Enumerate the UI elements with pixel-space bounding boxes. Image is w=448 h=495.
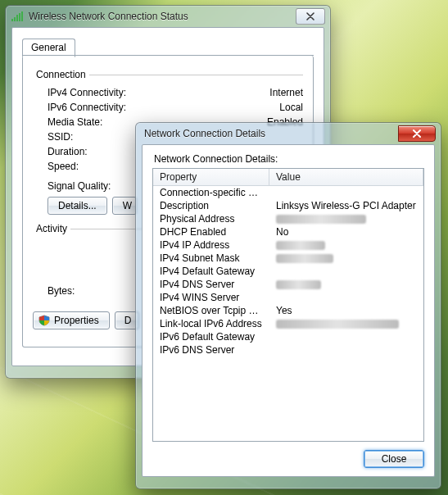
cell-property: IPv6 DNS Server	[153, 343, 269, 356]
close-button[interactable]: Close	[364, 450, 424, 468]
properties-button[interactable]: Properties	[33, 311, 110, 329]
label-ipv6-connectivity: IPv6 Connectivity:	[48, 102, 126, 113]
cell-property: IPv4 WINS Server	[153, 291, 269, 304]
shield-icon	[38, 315, 50, 326]
cell-property: NetBIOS over Tcpip En...	[153, 304, 269, 317]
listview-row[interactable]: IPv4 IP Address	[153, 238, 423, 252]
listview-row[interactable]: DHCP EnabledNo	[153, 225, 423, 238]
cell-value	[269, 343, 423, 356]
value-ipv4-connectivity: Internet	[269, 87, 303, 98]
details-window: Network Connection Details Network Conne…	[135, 122, 441, 489]
details-heading: Network Connection Details:	[154, 153, 424, 165]
label-bytes: Bytes:	[48, 285, 97, 297]
listview-row[interactable]: IPv4 WINS Server	[153, 291, 423, 304]
label-ipv4-connectivity: IPv4 Connectivity:	[48, 87, 126, 98]
close-icon	[411, 129, 423, 138]
listview-row[interactable]: NetBIOS over Tcpip En...Yes	[153, 304, 423, 317]
label-signal-quality: Signal Quality:	[48, 180, 111, 192]
cell-property: IPv6 Default Gateway	[153, 330, 269, 343]
cell-property: Connection-specific DN...	[153, 186, 269, 199]
listview-row[interactable]: IPv6 DNS Server	[153, 343, 423, 356]
col-property[interactable]: Property	[153, 169, 269, 185]
cell-property: Description	[153, 199, 269, 212]
listview-row[interactable]: Physical Address	[153, 212, 423, 225]
redacted-value	[276, 320, 399, 329]
details-listview[interactable]: Property Value Connection-specific DN...…	[152, 168, 424, 442]
listview-row[interactable]: Link-local IPv6 Address	[153, 317, 423, 330]
details-button-label: Details...	[58, 200, 97, 211]
cell-value	[269, 238, 423, 252]
listview-row[interactable]: DescriptionLinksys Wireless-G PCI Adapte…	[153, 199, 423, 212]
close-icon	[305, 12, 315, 20]
listview-row[interactable]: IPv6 Default Gateway	[153, 330, 423, 343]
disable-button-label: D	[124, 315, 132, 326]
col-value[interactable]: Value	[269, 169, 423, 185]
cell-value: Linksys Wireless-G PCI Adapter	[269, 199, 423, 212]
group-legend: Connection	[33, 69, 89, 80]
listview-row[interactable]: IPv4 DNS Server	[153, 278, 423, 291]
cell-property: IPv4 IP Address	[153, 238, 269, 252]
svg-rect-1	[14, 17, 16, 21]
details-close-button[interactable]	[398, 125, 436, 142]
cell-value	[269, 186, 423, 199]
cell-value	[269, 330, 423, 343]
properties-button-label: Properties	[54, 315, 99, 326]
value-ipv6-connectivity: Local	[279, 102, 303, 113]
listview-header[interactable]: Property Value	[153, 169, 423, 186]
cell-property: Link-local IPv6 Address	[153, 317, 269, 330]
label-ssid: SSID:	[48, 131, 73, 143]
status-tabstrip: General	[22, 36, 314, 56]
svg-rect-4	[21, 11, 23, 21]
redacted-value	[276, 254, 333, 263]
redacted-value	[276, 241, 325, 250]
cell-property: IPv4 Default Gateway	[153, 265, 269, 278]
listview-row[interactable]: Connection-specific DN...	[153, 186, 423, 199]
tab-general[interactable]: General	[22, 39, 75, 57]
details-button[interactable]: Details...	[48, 197, 107, 215]
cell-value	[269, 265, 423, 278]
cell-value: Yes	[269, 304, 423, 317]
label-duration: Duration:	[48, 146, 88, 157]
listview-row[interactable]: IPv4 Default Gateway	[153, 265, 423, 278]
label-media-state: Media State:	[48, 116, 102, 128]
cell-value	[269, 278, 423, 291]
details-title: Network Connection Details	[141, 128, 393, 139]
status-title: Wireless Network Connection Status	[29, 11, 291, 22]
redacted-value	[276, 280, 321, 289]
wireless-properties-button[interactable]: W	[112, 197, 137, 215]
details-titlebar[interactable]: Network Connection Details	[136, 123, 441, 144]
close-button-label: Close	[382, 453, 407, 465]
label-speed: Speed:	[48, 161, 79, 172]
svg-rect-0	[11, 19, 13, 21]
redacted-value	[276, 215, 366, 224]
cell-property: DHCP Enabled	[153, 225, 269, 238]
cell-property: IPv4 Subnet Mask	[153, 252, 269, 265]
status-titlebar[interactable]: Wireless Network Connection Status	[6, 6, 330, 27]
svg-rect-2	[16, 15, 18, 21]
cell-value	[269, 291, 423, 304]
signal-icon	[11, 11, 24, 22]
cell-value	[269, 212, 423, 225]
cell-value	[269, 317, 423, 330]
cell-value: No	[269, 225, 423, 238]
wireless-properties-label: W	[123, 200, 132, 211]
tab-label: General	[31, 42, 66, 53]
cell-value	[269, 252, 423, 265]
cell-property: IPv4 DNS Server	[153, 278, 269, 291]
cell-property: Physical Address	[153, 212, 269, 225]
listview-row[interactable]: IPv4 Subnet Mask	[153, 252, 423, 265]
svg-rect-3	[19, 13, 20, 21]
status-close-button[interactable]	[296, 8, 325, 25]
group-legend: Activity	[33, 223, 70, 234]
